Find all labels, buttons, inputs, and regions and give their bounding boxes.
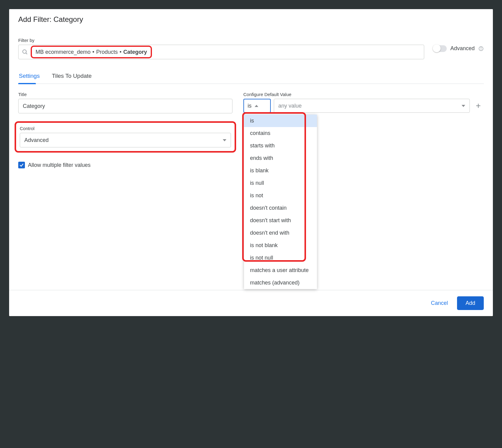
title-input[interactable]: Category bbox=[18, 99, 232, 113]
left-column: Title Category Control Advanced bbox=[18, 92, 232, 168]
tab-tiles-to-update[interactable]: Tiles To Update bbox=[51, 70, 92, 84]
option-is-null[interactable]: is null bbox=[244, 177, 317, 189]
tabs: Settings Tiles To Update bbox=[18, 70, 484, 84]
filter-by-row: Filter by MB ecommerce_demo • Products •… bbox=[18, 38, 484, 59]
dialog-title: Add Filter: Category bbox=[18, 15, 484, 24]
filter-by-wrap: Filter by MB ecommerce_demo • Products •… bbox=[18, 38, 424, 59]
filter-by-label: Filter by bbox=[18, 38, 424, 43]
option-is-not[interactable]: is not bbox=[244, 189, 317, 202]
advanced-toggle-group: Advanced bbox=[433, 45, 484, 52]
allow-multiple-checkbox[interactable] bbox=[18, 162, 25, 168]
option-ends-with[interactable]: ends with bbox=[244, 152, 317, 164]
chevron-down-icon bbox=[462, 105, 465, 107]
title-label: Title bbox=[18, 92, 232, 97]
option-contains[interactable]: contains bbox=[244, 127, 317, 140]
chip-mid: Products bbox=[96, 49, 118, 55]
allow-multiple-row: Allow multiple filter values bbox=[18, 162, 232, 168]
title-value: Category bbox=[23, 103, 45, 109]
right-column: Configure Default Value is any value + bbox=[243, 92, 484, 113]
operator-value: is bbox=[248, 103, 252, 109]
add-condition-button[interactable]: + bbox=[473, 100, 484, 111]
control-value: Advanced bbox=[24, 137, 49, 143]
filter-by-search[interactable]: MB ecommerce_demo • Products • Category bbox=[18, 45, 424, 59]
option-is-blank[interactable]: is blank bbox=[244, 164, 317, 177]
option-is[interactable]: is bbox=[244, 115, 317, 127]
chip-prefix: MB ecommerce_demo bbox=[36, 49, 91, 55]
option-doesnt-contain[interactable]: doesn't contain bbox=[244, 202, 317, 214]
option-starts-with[interactable]: starts with bbox=[244, 140, 317, 152]
title-field-group: Title Category bbox=[18, 92, 232, 113]
tab-settings[interactable]: Settings bbox=[18, 70, 40, 84]
dialog-body: Filter by MB ecommerce_demo • Products •… bbox=[9, 26, 493, 290]
config-label: Configure Default Value bbox=[243, 92, 484, 97]
add-button[interactable]: Add bbox=[457, 296, 484, 310]
dialog-footer: Cancel Add bbox=[9, 290, 493, 316]
chevron-down-icon bbox=[223, 139, 226, 141]
advanced-toggle[interactable] bbox=[433, 45, 447, 52]
chip-bold: Category bbox=[123, 49, 147, 55]
control-field-group: Control Advanced bbox=[15, 121, 236, 153]
info-icon[interactable] bbox=[478, 46, 484, 51]
option-is-not-null[interactable]: is not null bbox=[244, 252, 317, 264]
option-doesnt-start-with[interactable]: doesn't start with bbox=[244, 214, 317, 227]
svg-point-4 bbox=[481, 47, 481, 48]
value-input[interactable]: any value bbox=[274, 99, 470, 113]
config-row: is any value + bbox=[243, 99, 484, 113]
chevron-up-icon bbox=[255, 105, 258, 107]
option-doesnt-end-with[interactable]: doesn't end with bbox=[244, 227, 317, 239]
dialog-header: Add Filter: Category bbox=[9, 9, 493, 26]
advanced-label: Advanced bbox=[450, 45, 475, 52]
control-select[interactable]: Advanced bbox=[20, 133, 231, 147]
filter-by-chip: MB ecommerce_demo • Products • Category bbox=[31, 46, 152, 58]
search-icon bbox=[22, 49, 28, 55]
allow-multiple-label: Allow multiple filter values bbox=[28, 162, 91, 168]
operator-dropdown: is contains starts with ends with is bla… bbox=[244, 115, 317, 289]
operator-dropdown-inner: is contains starts with ends with is bla… bbox=[244, 115, 317, 289]
option-matches-user-attribute[interactable]: matches a user attribute bbox=[244, 264, 317, 277]
add-filter-dialog: Add Filter: Category Filter by MB ecomme… bbox=[9, 9, 493, 316]
config-default-group: Configure Default Value is any value + bbox=[243, 92, 484, 113]
svg-point-0 bbox=[23, 50, 26, 53]
cancel-button[interactable]: Cancel bbox=[429, 297, 450, 309]
option-is-not-blank[interactable]: is not blank bbox=[244, 239, 317, 252]
svg-line-1 bbox=[26, 53, 27, 54]
control-label: Control bbox=[20, 126, 231, 131]
plus-icon: + bbox=[476, 101, 481, 111]
value-placeholder: any value bbox=[278, 103, 302, 109]
settings-grid: Title Category Control Advanced bbox=[18, 92, 484, 168]
option-matches-advanced[interactable]: matches (advanced) bbox=[244, 277, 317, 289]
check-icon bbox=[19, 163, 24, 167]
operator-select[interactable]: is bbox=[243, 99, 271, 113]
